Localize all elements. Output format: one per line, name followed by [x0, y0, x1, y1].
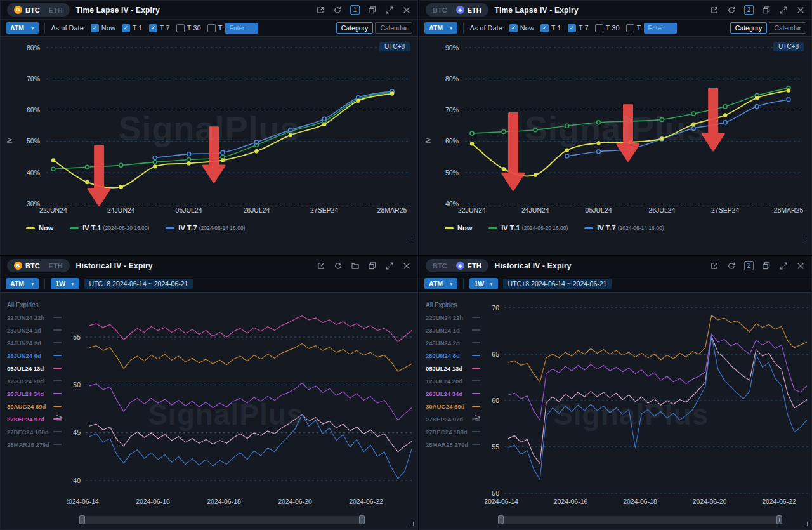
expiry-item[interactable]: 24JUN24 2d: [1, 336, 67, 349]
refresh-icon[interactable]: [727, 262, 736, 270]
expiry-item[interactable]: 28JUN24 6d: [1, 349, 67, 362]
period-dropdown[interactable]: 1W▼: [469, 278, 497, 289]
expiry-item[interactable]: 28MAR25 279d: [1, 438, 67, 451]
expiry-item[interactable]: 05JUL24 13d: [419, 362, 485, 374]
legend-item[interactable]: IV T-1(2024-06-20 16:00): [488, 224, 568, 232]
expand-icon[interactable]: [779, 262, 788, 270]
expand-icon[interactable]: [779, 6, 788, 15]
external-link-icon[interactable]: [710, 262, 719, 270]
expand-icon[interactable]: [385, 6, 394, 15]
checkbox-T-[interactable]: T-: [207, 24, 225, 32]
strike-dropdown[interactable]: ATM▼: [6, 278, 39, 289]
checkbox-T-7[interactable]: ✓T-7: [149, 24, 170, 32]
strike-dropdown[interactable]: ATM▼: [424, 278, 457, 289]
expiry-item[interactable]: 05JUL24 13d: [1, 362, 67, 374]
strike-dropdown[interactable]: ATM▼: [6, 22, 39, 34]
expiry-item[interactable]: 28MAR25 279d: [419, 438, 485, 451]
legend-item[interactable]: IV T-7(2024-06-14 16:00): [166, 224, 245, 232]
checkbox-box[interactable]: [595, 24, 603, 32]
historical-chart[interactable]: 50556065702024-06-142024-06-162024-06-18…: [485, 292, 811, 514]
coin-tab-eth[interactable]: ETH: [44, 6, 67, 14]
checkbox-box[interactable]: ✓: [91, 24, 99, 32]
resize-handle[interactable]: [803, 522, 808, 526]
refresh-icon[interactable]: [333, 6, 342, 15]
tab-category[interactable]: Category: [730, 22, 768, 34]
checkbox-T-1[interactable]: ✓T-1: [122, 24, 143, 32]
window-number-badge[interactable]: 2: [744, 261, 754, 270]
tab-calendar[interactable]: Calendar: [769, 22, 806, 34]
close-icon[interactable]: [402, 262, 411, 270]
expiry-item[interactable]: 22JUN24 22h: [1, 311, 67, 324]
coin-tab-btc[interactable]: BTC: [428, 262, 452, 270]
folder-icon[interactable]: [351, 262, 360, 270]
time-range-scrollbar[interactable]: [79, 516, 365, 524]
coin-tab-eth[interactable]: ◆ETH: [452, 262, 486, 270]
duplicate-icon[interactable]: [762, 262, 771, 270]
external-link-icon[interactable]: [317, 262, 325, 270]
legend-item[interactable]: Now: [26, 224, 53, 232]
checkbox-box[interactable]: [176, 24, 185, 32]
tab-category[interactable]: Category: [336, 22, 374, 34]
checkbox-T-7[interactable]: ✓T-7: [568, 24, 589, 32]
coin-tab-btc[interactable]: BBTC: [10, 262, 44, 270]
coin-tab-eth[interactable]: ETH: [44, 262, 67, 270]
expiry-item[interactable]: 22JUN24 22h: [419, 311, 485, 324]
strike-dropdown[interactable]: ATM▼: [424, 22, 457, 34]
external-link-icon[interactable]: [710, 6, 719, 15]
expiry-item[interactable]: 27DEC24 188d: [419, 425, 485, 438]
t-minus-input[interactable]: [644, 23, 677, 34]
checkbox-T-1[interactable]: ✓T-1: [540, 24, 561, 32]
expiry-item[interactable]: 24JUN24 2d: [419, 336, 485, 349]
refresh-icon[interactable]: [727, 6, 736, 15]
close-icon[interactable]: [402, 6, 411, 15]
checkbox-T-30[interactable]: T-30: [176, 24, 201, 32]
expiry-item[interactable]: 30AUG24 69d: [1, 400, 67, 413]
checkbox-box[interactable]: ✓: [149, 24, 157, 32]
expand-icon[interactable]: [385, 262, 394, 270]
close-icon[interactable]: [796, 262, 805, 270]
expiry-item[interactable]: 12JUL24 20d: [419, 374, 485, 387]
checkbox-box[interactable]: ✓: [540, 24, 549, 32]
expiry-item[interactable]: 12JUL24 20d: [1, 374, 67, 387]
external-link-icon[interactable]: [316, 6, 325, 15]
t-minus-input[interactable]: [225, 23, 258, 34]
checkbox-Now[interactable]: ✓Now: [91, 24, 115, 32]
timelapse-chart[interactable]: 30%40%50%60%70%80%22JUN2424JUN2405JUL242…: [1, 37, 417, 222]
legend-item[interactable]: Now: [445, 224, 472, 232]
range-handle-left[interactable]: [498, 515, 504, 524]
checkbox-box[interactable]: ✓: [568, 24, 576, 32]
window-number-badge[interactable]: 1: [350, 5, 360, 15]
refresh-icon[interactable]: [334, 262, 343, 270]
checkbox-box[interactable]: [207, 24, 216, 32]
duplicate-icon[interactable]: [368, 6, 377, 15]
range-handle-right[interactable]: [359, 515, 365, 524]
time-range-scrollbar[interactable]: [498, 516, 782, 524]
checkbox-T-30[interactable]: T-30: [595, 24, 620, 32]
historical-chart[interactable]: 404550552024-06-142024-06-162024-06-1820…: [67, 292, 417, 514]
coin-tab-btc[interactable]: BBTC: [10, 6, 44, 14]
range-handle-left[interactable]: [79, 515, 85, 524]
resize-handle[interactable]: [409, 522, 414, 526]
timelapse-chart[interactable]: 40%50%60%70%80%90%22JUN2424JUN2405JUL242…: [419, 37, 811, 222]
period-dropdown[interactable]: 1W▼: [51, 278, 79, 289]
checkbox-Now[interactable]: ✓Now: [509, 24, 534, 32]
tab-calendar[interactable]: Calendar: [375, 22, 412, 34]
checkbox-box[interactable]: [626, 24, 634, 32]
expiry-item[interactable]: 30AUG24 69d: [419, 400, 485, 413]
coin-tab-btc[interactable]: BTC: [428, 6, 452, 14]
expiry-item[interactable]: 27DEC24 188d: [1, 425, 67, 438]
checkbox-box[interactable]: ✓: [122, 24, 130, 32]
duplicate-icon[interactable]: [368, 262, 377, 270]
legend-item[interactable]: IV T-7(2024-06-14 16:00): [584, 224, 664, 232]
expiry-item[interactable]: 28JUN24 6d: [419, 349, 485, 362]
close-icon[interactable]: [796, 6, 805, 15]
expiry-item[interactable]: 23JUN24 1d: [419, 324, 485, 336]
checkbox-T-[interactable]: T-: [626, 24, 643, 32]
expiry-item[interactable]: 23JUN24 1d: [1, 324, 67, 336]
checkbox-box[interactable]: ✓: [509, 24, 518, 32]
resize-handle[interactable]: [802, 235, 806, 239]
coin-tab-eth[interactable]: ◆ETH: [452, 6, 486, 14]
expiry-item[interactable]: 26JUL24 34d: [1, 387, 67, 400]
duplicate-icon[interactable]: [762, 6, 771, 15]
resize-handle[interactable]: [408, 235, 412, 239]
